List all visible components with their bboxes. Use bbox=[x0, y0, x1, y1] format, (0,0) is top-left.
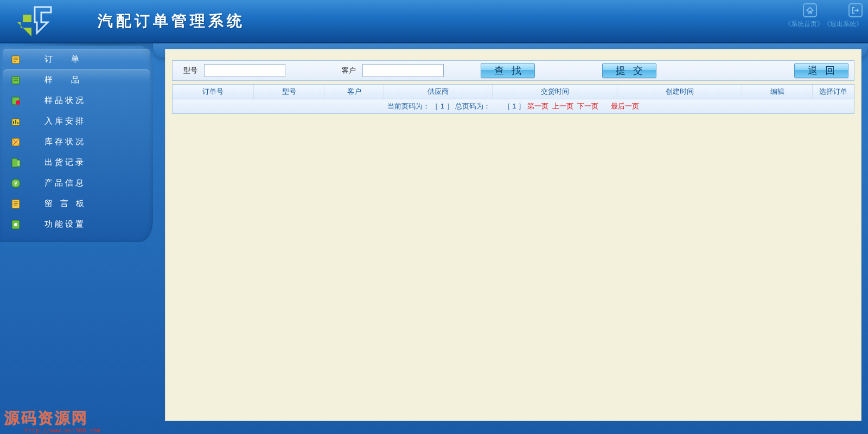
logo-icon bbox=[15, 6, 54, 36]
sidebar: 订单样品样品状况入库安排库存状况出货记录¥产品信息留言板功能设置 bbox=[0, 43, 153, 434]
column-header: 创建时间 bbox=[617, 85, 742, 99]
pager-prev[interactable]: 上一页 bbox=[552, 102, 573, 110]
content-area: 型号 客户 查找 提交 退回 订单号型号客户供应商交货时间创建时间编辑选择订单 … bbox=[153, 43, 868, 434]
sidebar-item-inbound-plan[interactable]: 入库安排 bbox=[3, 111, 150, 131]
sidebar-item-message-board[interactable]: 留言板 bbox=[3, 193, 150, 214]
inbound-plan-icon bbox=[10, 115, 22, 127]
sidebar-item-label: 入库安排 bbox=[44, 116, 86, 126]
exit-icon[interactable] bbox=[848, 3, 863, 17]
search-button[interactable]: 查找 bbox=[481, 63, 535, 78]
column-header: 订单号 bbox=[173, 85, 254, 99]
stock-status-icon bbox=[10, 136, 22, 148]
pager-prefix: 当前页码为： bbox=[387, 102, 430, 110]
home-link[interactable]: 《系统首页》 bbox=[784, 20, 824, 29]
pager-last[interactable]: 最后一页 bbox=[611, 102, 639, 110]
pager-first[interactable]: 第一页 bbox=[527, 102, 548, 110]
table-header-row: 订单号型号客户供应商交货时间创建时间编辑选择订单 bbox=[173, 85, 854, 99]
svg-text:¥: ¥ bbox=[14, 180, 18, 187]
settings-icon bbox=[10, 218, 22, 230]
column-header: 客户 bbox=[324, 85, 384, 99]
svg-point-3 bbox=[16, 100, 20, 105]
sidebar-item-label: 出货记录 bbox=[44, 157, 86, 168]
content-panel: 型号 客户 查找 提交 退回 订单号型号客户供应商交货时间创建时间编辑选择订单 … bbox=[165, 49, 861, 421]
app-title: 汽配订单管理系统 bbox=[98, 11, 245, 31]
product-info-icon: ¥ bbox=[10, 177, 22, 189]
pager-row: 当前页码为： ［ 1 ］ 总页码为： ［ 1 ］ 第一页 上一页 下一页 最后一… bbox=[173, 99, 854, 113]
sidebar-item-label: 样品 bbox=[44, 75, 98, 85]
sidebar-item-label: 产品信息 bbox=[44, 178, 86, 188]
column-header: 供应商 bbox=[384, 85, 493, 99]
sidebar-item-label: 功能设置 bbox=[44, 219, 86, 229]
sidebar-item-sample-status[interactable]: 样品状况 bbox=[3, 90, 150, 111]
header-right: 《系统首页》 《退出系统》 bbox=[784, 3, 863, 29]
svg-point-11 bbox=[14, 223, 17, 226]
column-header: 编辑 bbox=[742, 85, 813, 99]
model-label: 型号 bbox=[183, 66, 197, 75]
column-header: 交货时间 bbox=[493, 85, 617, 99]
sidebar-item-sample[interactable]: 样品 bbox=[3, 69, 150, 90]
sidebar-item-stock-status[interactable]: 库存状况 bbox=[3, 131, 150, 152]
submit-button[interactable]: 提交 bbox=[602, 63, 656, 78]
home-icon[interactable] bbox=[803, 3, 817, 17]
app-header: 汽配订单管理系统 《系统首页》 《退出系统》 bbox=[0, 0, 868, 43]
pager-current: ［ 1 ］ bbox=[431, 102, 453, 110]
model-input[interactable] bbox=[204, 64, 285, 77]
order-icon bbox=[10, 53, 22, 65]
sample-status-icon bbox=[10, 94, 22, 106]
sidebar-item-label: 库存状况 bbox=[44, 137, 86, 147]
message-board-icon bbox=[10, 197, 22, 209]
customer-label: 客户 bbox=[342, 66, 356, 75]
svg-rect-6 bbox=[12, 158, 17, 167]
filter-bar: 型号 客户 查找 提交 退回 bbox=[172, 60, 854, 81]
exit-link[interactable]: 《退出系统》 bbox=[824, 20, 863, 29]
svg-rect-9 bbox=[12, 200, 20, 208]
sidebar-item-label: 订单 bbox=[44, 54, 98, 65]
column-header: 型号 bbox=[254, 85, 324, 99]
pager-next[interactable]: 下一页 bbox=[577, 102, 598, 110]
sidebar-item-settings[interactable]: 功能设置 bbox=[3, 214, 150, 234]
back-button[interactable]: 退回 bbox=[794, 63, 848, 78]
orders-table: 订单号型号客户供应商交货时间创建时间编辑选择订单 当前页码为： ［ 1 ］ 总页… bbox=[172, 84, 854, 114]
sidebar-item-product-info[interactable]: ¥产品信息 bbox=[3, 173, 150, 193]
sidebar-item-order[interactable]: 订单 bbox=[3, 49, 150, 69]
sidebar-item-label: 留言板 bbox=[44, 199, 92, 209]
column-header: 选择订单 bbox=[813, 85, 854, 99]
sidebar-item-label: 样品状况 bbox=[44, 95, 86, 106]
sidebar-item-ship-record[interactable]: 出货记录 bbox=[3, 152, 150, 173]
pager-total: ［ 1 ］ bbox=[503, 102, 525, 110]
customer-input[interactable] bbox=[362, 64, 444, 77]
pager-total-prefix: 总页码为： bbox=[455, 102, 490, 110]
ship-record-icon bbox=[10, 156, 22, 168]
sample-icon bbox=[10, 74, 22, 86]
